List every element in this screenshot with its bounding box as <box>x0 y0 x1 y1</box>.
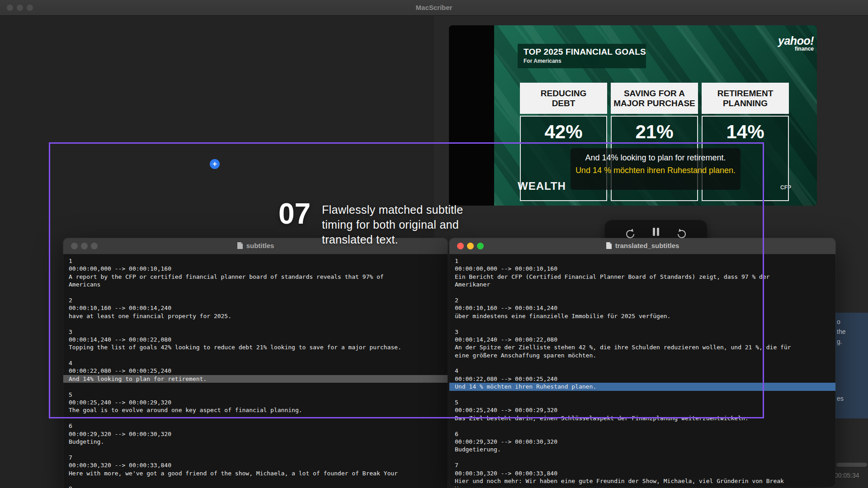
srt-line: 2 <box>455 296 830 304</box>
screen: MacScriber Subtitle Editor Turbo Model (… <box>0 0 868 488</box>
srt-line: 00:00:25,240 --> 00:00:29,320 <box>455 406 830 414</box>
srt-line: Your <box>455 485 830 487</box>
srt-line: 00:00:29,320 --> 00:00:30,320 <box>455 438 830 446</box>
goal-header-2: SAVING FOR A MAJOR PURCHASE <box>611 83 698 114</box>
srt-content[interactable]: 100:00:00,000 --> 00:00:10,160Ein Berich… <box>449 254 835 487</box>
srt-line: And 14% looking to plan for retirement. <box>63 375 448 383</box>
video-title-badge: TOP 2025 FINANCIAL GOALS For Americans <box>518 44 646 68</box>
subtitle-overlay-translated: Und 14 % möchten ihren Ruhestand planen. <box>571 166 741 175</box>
srt-line: Budgeting. <box>69 438 442 446</box>
window-title: subtitles <box>246 242 274 249</box>
clipped-text-fragment: the <box>837 328 845 335</box>
srt-line: Americans <box>69 281 442 288</box>
skip-back-icon[interactable] <box>624 227 636 239</box>
subtitles-window[interactable]: subtitles 100:00:00,000 --> 00:00:10,160… <box>63 238 448 488</box>
srt-line: 00:00:14,240 --> 00:00:22,080 <box>69 336 442 343</box>
srt-line: 6 <box>69 422 442 430</box>
srt-line: 7 <box>455 461 830 469</box>
srt-line: 00:00:14,240 --> 00:00:22,080 <box>455 336 830 343</box>
total-time: 00:05:34 <box>835 472 867 479</box>
srt-line: An der Spitze der Zielliste stehen 42 %,… <box>455 343 830 351</box>
srt-line <box>455 454 830 461</box>
add-subtitle-button[interactable]: + <box>210 159 220 169</box>
srt-line: 00:00:30,320 --> 00:00:33,840 <box>69 461 442 469</box>
srt-line: über mindestens eine finanzielle Immobil… <box>455 312 830 320</box>
srt-line <box>455 320 830 328</box>
goal-header-1: REDUCING DEBT <box>520 83 607 114</box>
srt-line: 7 <box>69 454 442 461</box>
srt-line: A report by the CFP or certified financi… <box>69 273 442 281</box>
window-titlebar[interactable]: translated_subtitles <box>449 238 835 254</box>
video-frame: TOP 2025 FINANCIAL GOALS For Americans y… <box>494 25 817 206</box>
srt-line: 00:00:22,080 --> 00:00:25,240 <box>69 367 442 375</box>
srt-line: Amerikaner <box>455 281 830 288</box>
srt-line <box>455 391 830 399</box>
goal-header-3: RETIREMENT PLANNING <box>702 83 789 114</box>
srt-line <box>69 352 442 359</box>
srt-line: Budgetierung. <box>455 446 830 453</box>
srt-line <box>69 289 442 296</box>
pause-icon[interactable] <box>652 227 660 237</box>
srt-line: 00:00:00,000 --> 00:00:10,160 <box>69 265 442 272</box>
window-title: translated_subtitles <box>615 242 679 249</box>
translated-subtitles-window[interactable]: translated_subtitles 100:00:00,000 --> 0… <box>449 238 835 487</box>
srt-line: 00:00:10,160 --> 00:00:14,240 <box>455 304 830 312</box>
clipped-text-fragment: g. <box>837 338 842 345</box>
srt-line: 1 <box>69 257 442 265</box>
srt-line: 00:00:10,160 --> 00:00:14,240 <box>69 304 442 312</box>
srt-line: Und 14 % möchten ihren Ruhestand planen. <box>449 383 835 390</box>
document-icon <box>606 242 612 249</box>
srt-line <box>69 477 442 485</box>
srt-line: Hier und noch mehr: Wir haben eine gute … <box>455 477 830 485</box>
srt-line: 4 <box>69 359 442 367</box>
video-preview[interactable]: TOP 2025 FINANCIAL GOALS For Americans y… <box>449 25 817 206</box>
srt-line <box>69 414 442 422</box>
srt-line: 6 <box>455 430 830 438</box>
clipped-text-fragment: es <box>837 395 844 402</box>
video-badge-subtitle: For Americans <box>524 58 640 64</box>
document-icon <box>237 242 243 249</box>
skip-forward-icon[interactable] <box>676 227 688 239</box>
srt-line: The goal is to evolve around one key asp… <box>69 406 442 414</box>
srt-line: 4 <box>455 367 830 375</box>
clipped-text-fragment: o <box>837 318 840 325</box>
annotation-text: Flawlessly matched subtitle timing for b… <box>322 202 463 247</box>
app-title: MacScriber <box>0 4 868 11</box>
subtitle-overlay: And 14% looking to plan for retirement. … <box>571 148 741 190</box>
srt-line: 00:00:29,320 --> 00:00:30,320 <box>69 430 442 438</box>
srt-line: 5 <box>69 391 442 399</box>
srt-line: eine größere Anschaffung sparen möchten. <box>455 352 830 359</box>
playback-progress-bar-remainder[interactable] <box>836 463 867 467</box>
app-titlebar: MacScriber <box>0 0 868 16</box>
srt-line <box>69 383 442 390</box>
srt-line: 00:00:30,320 --> 00:00:33,840 <box>455 469 830 477</box>
srt-line: Das Ziel besteht darin, einen Schlüssela… <box>455 414 830 422</box>
srt-line <box>455 422 830 430</box>
srt-line <box>455 359 830 367</box>
srt-line: 00:00:25,240 --> 00:00:29,320 <box>69 399 442 406</box>
srt-line: 00:00:22,080 --> 00:00:25,240 <box>455 375 830 383</box>
srt-line <box>455 289 830 296</box>
srt-line <box>69 320 442 328</box>
srt-line: Topping the list of goals 42% looking to… <box>69 343 442 351</box>
srt-line <box>69 446 442 453</box>
srt-line: 2 <box>69 296 442 304</box>
cfp-tag: CFP <box>780 184 791 191</box>
srt-line: 00:00:00,000 --> 00:00:10,160 <box>455 265 830 272</box>
srt-line: Here with more, we've got a good friend … <box>69 469 442 477</box>
annotation-number: 07 <box>278 197 311 230</box>
yahoo-finance-logo: yahoo! finance <box>763 34 814 52</box>
srt-content[interactable]: 100:00:00,000 --> 00:00:10,160A report b… <box>63 254 448 488</box>
video-badge-title: TOP 2025 FINANCIAL GOALS <box>524 47 640 57</box>
srt-line: 5 <box>455 399 830 406</box>
srt-line: have at least one financial property for… <box>69 312 442 320</box>
srt-line: 3 <box>69 328 442 336</box>
srt-line: 3 <box>455 328 830 336</box>
srt-line: 1 <box>455 257 830 265</box>
wealth-watermark: WEALTH <box>518 180 566 192</box>
srt-line: 8 <box>69 485 442 488</box>
srt-line: Ein Bericht der CFP (Certified Financial… <box>455 273 830 281</box>
subtitle-overlay-original: And 14% looking to plan for retirement. <box>571 153 741 163</box>
